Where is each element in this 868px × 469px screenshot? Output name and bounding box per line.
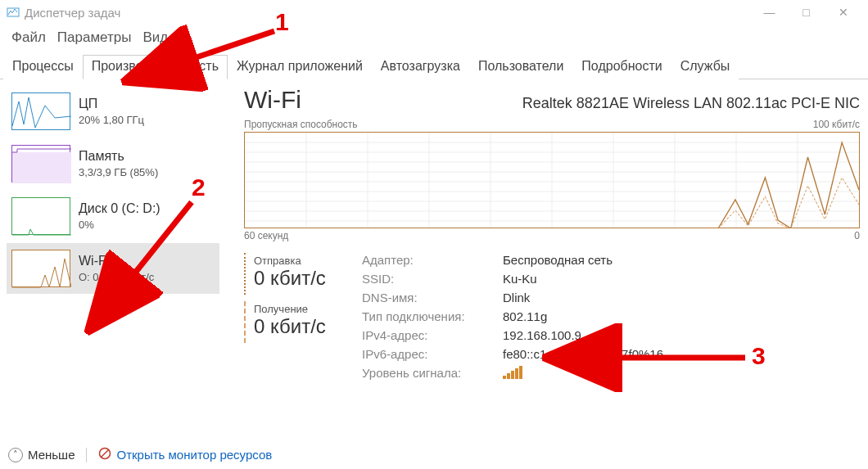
wifi-title: Wi-Fi xyxy=(79,252,154,270)
adapter-value: Беспроводная сеть xyxy=(503,253,663,267)
svg-line-21 xyxy=(102,450,109,458)
performance-sidebar: ЦП 20% 1,80 ГГц Память 3,3/3,9 ГБ (85%) … xyxy=(7,86,219,426)
signal-key: Уровень сигнала: xyxy=(362,366,493,381)
dns-key: DNS-имя: xyxy=(362,291,493,304)
ipv4-value: 192.168.100.9 xyxy=(503,328,663,342)
dns-value: Dlink xyxy=(503,291,663,304)
sidebar-item-cpu[interactable]: ЦП 20% 1,80 ГГц xyxy=(7,86,219,137)
content: ЦП 20% 1,80 ГГц Память 3,3/3,9 ГБ (85%) … xyxy=(0,79,868,426)
cpu-thumbnail xyxy=(11,92,70,130)
memory-title: Память xyxy=(79,147,158,165)
ssid-key: SSID: xyxy=(362,272,493,286)
ipv6-value: fe80::c1ed:6360:186:f7f0%16 xyxy=(503,347,663,361)
tab-processes[interactable]: Процессы xyxy=(3,55,83,79)
ipv6-key: IPv6-адрес: xyxy=(362,347,493,361)
ssid-value: Ku-Ku xyxy=(503,272,663,286)
wifi-sub: О: 0 П: 0 кбит/с xyxy=(79,270,154,285)
recv-rate: Получение 0 кбит/с xyxy=(244,301,342,343)
recv-label: Получение xyxy=(254,303,342,315)
disk-thumbnail xyxy=(11,197,70,235)
memory-thumbnail xyxy=(11,145,70,183)
connection-details: Адаптер: Беспроводная сеть SSID: Ku-Ku D… xyxy=(362,253,663,381)
chart-ymax: 100 кбит/с xyxy=(813,119,860,130)
adapter-key: Адаптер: xyxy=(362,253,493,267)
send-label: Отправка xyxy=(254,255,342,267)
monitor-link-label: Открыть монитор ресурсов xyxy=(116,448,272,462)
wifi-thumbnail xyxy=(11,250,70,287)
throughput-chart xyxy=(244,132,860,228)
minimize-button[interactable]: — xyxy=(751,1,788,24)
fewer-details-button[interactable]: ˄ Меньше xyxy=(8,448,75,462)
memory-sub: 3,3/3,9 ГБ (85%) xyxy=(79,165,158,180)
menu-view[interactable]: Вид xyxy=(142,29,168,46)
titlebar: Диспетчер задач — □ ✕ xyxy=(0,0,868,25)
disk-title: Диск 0 (C: D:) xyxy=(79,200,160,218)
recv-value: 0 кбит/с xyxy=(254,315,342,338)
page-title: Wi-Fi xyxy=(244,86,301,114)
signal-value xyxy=(503,366,663,381)
signal-bars-icon xyxy=(503,366,522,379)
fewer-label: Меньше xyxy=(28,448,75,462)
open-resource-monitor-link[interactable]: Открыть монитор ресурсов xyxy=(98,447,272,462)
maximize-button[interactable]: □ xyxy=(788,1,825,24)
footer-divider xyxy=(86,448,87,462)
footer: ˄ Меньше Открыть монитор ресурсов xyxy=(8,447,272,462)
sidebar-item-disk[interactable]: Диск 0 (C: D:) 0% xyxy=(7,191,219,241)
menu-file[interactable]: Файл xyxy=(11,29,46,46)
close-button[interactable]: ✕ xyxy=(825,1,861,24)
stats-area: Отправка 0 кбит/с Получение 0 кбит/с Ада… xyxy=(244,253,860,381)
cpu-sub: 20% 1,80 ГГц xyxy=(79,113,144,128)
chart-xleft: 60 секунд xyxy=(244,230,288,241)
send-rate: Отправка 0 кбит/с xyxy=(244,253,342,295)
app-icon xyxy=(7,6,20,19)
chart-header: Пропускная способность xyxy=(244,119,358,130)
tab-users[interactable]: Пользователи xyxy=(469,55,572,79)
tab-details[interactable]: Подробности xyxy=(572,55,671,79)
tab-strip: Процессы Производительность Журнал прило… xyxy=(0,54,868,79)
conn-key: Тип подключения: xyxy=(362,309,493,323)
conn-value: 802.11g xyxy=(503,309,663,323)
sidebar-item-memory[interactable]: Память 3,3/3,9 ГБ (85%) xyxy=(7,138,219,189)
tab-startup[interactable]: Автозагрузка xyxy=(372,55,469,79)
adapter-name: Realtek 8821AE Wireless LAN 802.11ac PCI… xyxy=(522,95,860,112)
cpu-title: ЦП xyxy=(79,95,144,113)
ipv4-key: IPv4-адрес: xyxy=(362,328,493,342)
disk-sub: 0% xyxy=(79,218,160,232)
main-panel: Wi-Fi Realtek 8821AE Wireless LAN 802.11… xyxy=(219,86,860,426)
window-controls: — □ ✕ xyxy=(751,1,861,24)
chevron-up-icon: ˄ xyxy=(8,448,23,462)
svg-rect-1 xyxy=(12,152,71,183)
menubar: Файл Параметры Вид xyxy=(0,25,868,54)
chart-xright: 0 xyxy=(854,230,860,241)
window-title: Диспетчер задач xyxy=(25,6,120,20)
tab-app-history[interactable]: Журнал приложений xyxy=(228,55,372,79)
resource-monitor-icon xyxy=(98,447,111,462)
menu-options[interactable]: Параметры xyxy=(57,29,132,46)
tab-services[interactable]: Службы xyxy=(671,55,739,79)
send-value: 0 кбит/с xyxy=(254,267,342,290)
sidebar-item-wifi[interactable]: Wi-Fi О: 0 П: 0 кбит/с xyxy=(7,243,219,294)
tab-performance[interactable]: Производительность xyxy=(83,55,228,79)
